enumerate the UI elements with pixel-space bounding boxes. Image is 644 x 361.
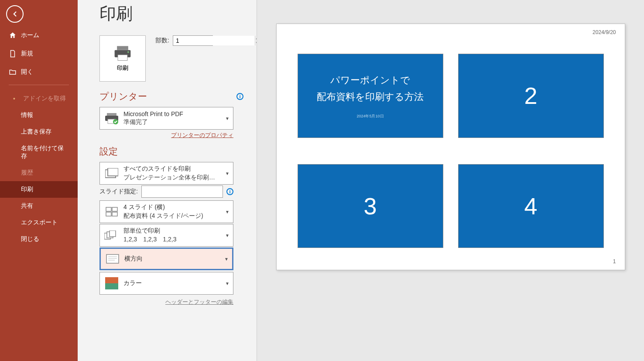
slide-spec-input[interactable] (141, 186, 223, 198)
page-title: 印刷 (99, 3, 243, 25)
copies-label: 部数: (155, 37, 169, 45)
open-folder-icon (9, 68, 17, 76)
nav-close[interactable]: 閉じる (0, 231, 78, 248)
print-range-dropdown[interactable]: すべてのスライドを印刷 プレゼンテーション全体を印刷… ▼ (99, 162, 233, 185)
preview-page-number: 1 (613, 258, 616, 265)
printer-dropdown[interactable]: Microsoft Print to PDF 準備完了 ▼ (99, 107, 233, 130)
preview-slide-2: 2 (458, 54, 604, 138)
svg-rect-0 (117, 46, 128, 50)
copies-input[interactable] (173, 36, 255, 45)
chevron-down-icon: ▼ (225, 116, 230, 121)
nav-separator (9, 85, 69, 85)
chevron-down-icon: ▼ (225, 171, 230, 176)
back-button[interactable] (6, 5, 24, 23)
printer-info-icon[interactable]: i (236, 93, 243, 100)
nav-addins[interactable]: アドインを取得 (0, 90, 78, 107)
back-arrow-icon (11, 10, 19, 18)
svg-rect-4 (107, 113, 116, 116)
slide-spec-row: スライド指定: i (99, 186, 233, 198)
nav-open[interactable]: 開く (0, 63, 78, 81)
nav-history[interactable]: 履歴 (0, 165, 78, 181)
collate-dropdown[interactable]: 部単位で印刷 1,2,3 1,2,3 1,2,3 ▼ (99, 224, 233, 247)
printer-section-header: プリンター i (99, 90, 243, 103)
preview-slide-4: 4 (458, 164, 604, 248)
print-action-row: 印刷 部数: ▲ ▼ (99, 35, 243, 82)
print-button-label: 印刷 (117, 64, 128, 72)
nav-export[interactable]: エクスポート (0, 214, 78, 231)
nav-label: 新規 (21, 50, 33, 58)
new-doc-icon (9, 50, 17, 58)
printer-dropdown-text: Microsoft Print to PDF 準備完了 (123, 110, 221, 126)
preview-slide-1: パワーポイントで 配布資料を印刷する方法 2024年5月10日 (298, 54, 443, 138)
preview-slide-3: 3 (298, 164, 443, 248)
nav-info[interactable]: 情報 (0, 107, 78, 124)
home-icon (9, 31, 17, 39)
chevron-down-icon: ▼ (225, 233, 230, 238)
svg-rect-11 (112, 207, 117, 211)
settings-section-header: 設定 (99, 145, 243, 158)
slide-spec-info-icon[interactable]: i (226, 188, 233, 195)
print-button[interactable]: 印刷 (99, 35, 146, 82)
nav-label: ホーム (21, 31, 39, 39)
printer-icon (113, 45, 132, 62)
content-area: 印刷 印刷 部数: ▲ ▼ (78, 0, 644, 361)
print-settings-panel: 印刷 印刷 部数: ▲ ▼ (78, 0, 257, 361)
svg-point-3 (127, 51, 129, 53)
chevron-down-icon: ▼ (225, 281, 230, 286)
backstage-sidebar: ホーム 新規 開く アドインを取得 情報 上書き保存 名前を付けて保存 履歴 印… (0, 0, 78, 361)
copies-spinner[interactable]: ▲ ▼ (173, 35, 213, 46)
color-icon (104, 276, 119, 291)
preview-date: 2024/9/20 (593, 29, 616, 35)
svg-rect-17 (106, 254, 119, 263)
orientation-dropdown[interactable]: 横方向 ▼ (99, 248, 233, 270)
preview-page: 2024/9/20 パワーポイントで 配布資料を印刷する方法 2024年5月10… (276, 24, 625, 270)
nav-print[interactable]: 印刷 (0, 181, 78, 198)
nav-label: 開く (21, 68, 33, 76)
layout-dropdown[interactable]: 4 スライド (横) 配布資料 (4 スライド/ページ) ▼ (99, 200, 233, 223)
nav-home[interactable]: ホーム (0, 26, 78, 45)
slides-all-icon (104, 166, 119, 181)
svg-rect-13 (112, 212, 117, 216)
collate-icon (104, 228, 119, 243)
nav-share[interactable]: 共有 (0, 198, 78, 214)
svg-rect-10 (106, 207, 111, 211)
svg-rect-16 (110, 230, 116, 237)
header-footer-link[interactable]: ヘッダーとフッターの編集 (99, 298, 233, 306)
orientation-landscape-icon (105, 251, 120, 266)
chevron-down-icon: ▼ (225, 210, 230, 214)
layout-4slide-icon (104, 204, 119, 219)
chevron-down-icon: ▼ (224, 257, 229, 261)
nav-new[interactable]: 新規 (0, 45, 78, 63)
svg-rect-2 (118, 55, 127, 61)
print-preview-area: 2024/9/20 パワーポイントで 配布資料を印刷する方法 2024年5月10… (257, 0, 644, 361)
slide-spec-label: スライド指定: (99, 188, 138, 196)
printer-status-icon (104, 111, 119, 126)
color-dropdown[interactable]: カラー ▼ (99, 272, 233, 295)
svg-rect-9 (108, 168, 118, 176)
copies-control: 部数: ▲ ▼ (155, 35, 213, 46)
nav-save[interactable]: 上書き保存 (0, 124, 78, 140)
nav-saveas[interactable]: 名前を付けて保存 (0, 140, 78, 165)
svg-rect-12 (106, 212, 111, 216)
printer-properties-link[interactable]: プリンターのプロパティ (99, 131, 233, 139)
